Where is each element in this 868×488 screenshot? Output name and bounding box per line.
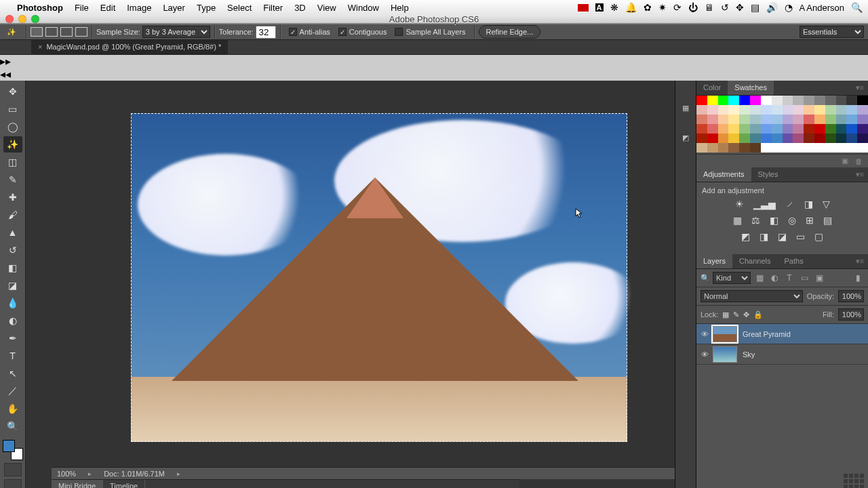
swatch[interactable] <box>836 105 847 115</box>
swatch[interactable] <box>772 96 783 105</box>
refine-edge-button[interactable]: Refine Edge... <box>479 25 541 39</box>
swatch[interactable] <box>804 143 814 152</box>
swatch[interactable] <box>696 143 707 152</box>
eyedropper-tool-icon[interactable]: ✎ <box>3 171 22 188</box>
selection-intersect-icon[interactable] <box>75 27 87 37</box>
swatch[interactable] <box>707 115 718 124</box>
swatch[interactable] <box>696 115 707 124</box>
collapse-panels-right-icon[interactable]: ◂◂ <box>0 68 868 81</box>
panel-menu-icon[interactable]: ▾≡ <box>852 167 868 182</box>
swatch[interactable] <box>846 124 857 134</box>
invert-adjustment-icon[interactable]: ◩ <box>741 231 750 242</box>
swatch[interactable] <box>814 124 825 134</box>
healing-brush-tool-icon[interactable]: ✚ <box>3 189 22 205</box>
swatch[interactable] <box>707 143 718 152</box>
swatch[interactable] <box>696 124 707 134</box>
swatch[interactable] <box>739 134 750 143</box>
swatch[interactable] <box>804 96 814 105</box>
swatch[interactable] <box>804 124 814 134</box>
levels-adjustment-icon[interactable]: ▁▃▅ <box>753 199 776 209</box>
selective-color-adjustment-icon[interactable]: ▢ <box>814 231 823 242</box>
swatch[interactable] <box>728 115 739 124</box>
filter-adjustment-icon[interactable]: ◐ <box>768 272 781 284</box>
swatch[interactable] <box>793 124 804 134</box>
posterize-adjustment-icon[interactable]: ◨ <box>760 231 768 242</box>
menu-filter[interactable]: Filter <box>258 1 288 14</box>
new-swatch-icon[interactable]: ▣ <box>842 157 848 165</box>
swatch[interactable] <box>696 96 707 105</box>
quick-mask-icon[interactable] <box>4 463 22 476</box>
swatch[interactable] <box>783 134 793 143</box>
swatch[interactable] <box>783 96 793 105</box>
type-tool-icon[interactable]: T <box>3 348 22 364</box>
swatch[interactable] <box>761 96 772 105</box>
channel-mixer-adjustment-icon[interactable]: ⊞ <box>806 215 814 226</box>
swatch[interactable] <box>718 124 729 134</box>
menu-3d[interactable]: 3D <box>289 1 311 14</box>
brush-tool-icon[interactable]: 🖌 <box>3 207 22 223</box>
tab-mini-bridge[interactable]: Mini Bridge <box>52 480 103 488</box>
vibrance-adjustment-icon[interactable]: ▽ <box>823 199 830 209</box>
swatch[interactable] <box>718 96 729 105</box>
swatch[interactable] <box>846 115 857 124</box>
swatch[interactable] <box>761 134 772 143</box>
swatch[interactable] <box>696 134 707 143</box>
swatch[interactable] <box>846 143 857 152</box>
menu-window[interactable]: Window <box>342 1 384 14</box>
swatch[interactable] <box>761 143 772 152</box>
flag-icon[interactable] <box>578 4 589 12</box>
swatch[interactable] <box>696 105 707 115</box>
filter-pixel-icon[interactable]: ▦ <box>753 272 766 284</box>
tab-styles[interactable]: Styles <box>751 167 785 182</box>
swatch[interactable] <box>772 124 783 134</box>
swatch[interactable] <box>825 105 836 115</box>
tab-channels[interactable]: Channels <box>732 254 777 268</box>
expand-panels-left-icon[interactable]: ▸▸ <box>0 55 868 68</box>
swatch[interactable] <box>761 105 772 115</box>
swatch[interactable] <box>846 96 857 105</box>
selection-subtract-icon[interactable] <box>60 27 73 37</box>
bw-adjustment-icon[interactable]: ◧ <box>770 215 778 226</box>
color-balance-adjustment-icon[interactable]: ⚖ <box>751 215 760 226</box>
filter-shape-icon[interactable]: ▭ <box>798 272 810 284</box>
filter-smart-icon[interactable]: ▣ <box>813 272 825 284</box>
swatch[interactable] <box>783 105 793 115</box>
opacity-input[interactable] <box>838 290 864 302</box>
spotlight-icon[interactable]: 🔍 <box>851 2 863 13</box>
sample-all-checkbox[interactable]: Sample All Layers <box>395 28 465 36</box>
swatch[interactable] <box>772 115 783 124</box>
crop-tool-icon[interactable]: ◫ <box>3 154 22 170</box>
swatch[interactable] <box>718 134 729 143</box>
swatch[interactable] <box>772 134 783 143</box>
color-lookup-adjustment-icon[interactable]: ▤ <box>823 215 832 226</box>
eraser-tool-icon[interactable]: ◧ <box>3 260 22 276</box>
panel-menu-icon[interactable]: ▾≡ <box>852 254 868 268</box>
swatch[interactable] <box>793 134 804 143</box>
swatch[interactable] <box>772 143 783 152</box>
menu-edit[interactable]: Edit <box>95 1 121 14</box>
swatch[interactable] <box>825 115 836 124</box>
swatch[interactable] <box>750 134 761 143</box>
swatch[interactable] <box>739 96 750 105</box>
layer-visibility-icon[interactable]: 👁 <box>696 330 713 338</box>
swatch[interactable] <box>857 143 868 152</box>
user-menu[interactable]: A Anderson <box>800 3 845 13</box>
threshold-adjustment-icon[interactable]: ◪ <box>778 231 787 242</box>
document-tab[interactable]: × MagicWand.psd @ 100% (Great Pyramid, R… <box>31 40 228 54</box>
swatch[interactable] <box>761 124 772 134</box>
selection-add-icon[interactable] <box>45 27 58 37</box>
swatch[interactable] <box>804 115 814 124</box>
photo-filter-adjustment-icon[interactable]: ◎ <box>788 215 796 226</box>
volume-icon[interactable]: 🔊 <box>766 2 778 13</box>
zoom-more-icon[interactable]: ▸ <box>88 470 92 477</box>
notification-icon[interactable]: 🔔 <box>625 2 637 13</box>
workspace-select[interactable]: Essentials <box>800 26 864 38</box>
gradient-tool-icon[interactable]: ◪ <box>3 277 22 293</box>
tab-layers[interactable]: Layers <box>696 254 732 268</box>
swatch[interactable] <box>739 115 750 124</box>
swatch[interactable] <box>739 143 750 152</box>
menu-help[interactable]: Help <box>385 1 414 14</box>
canvas-area[interactable]: 100% ▸ Doc: 1.01M/6.71M ▸ Mini Bridge Ti… <box>26 81 696 488</box>
swatch[interactable] <box>728 134 739 143</box>
swatch[interactable] <box>739 124 750 134</box>
